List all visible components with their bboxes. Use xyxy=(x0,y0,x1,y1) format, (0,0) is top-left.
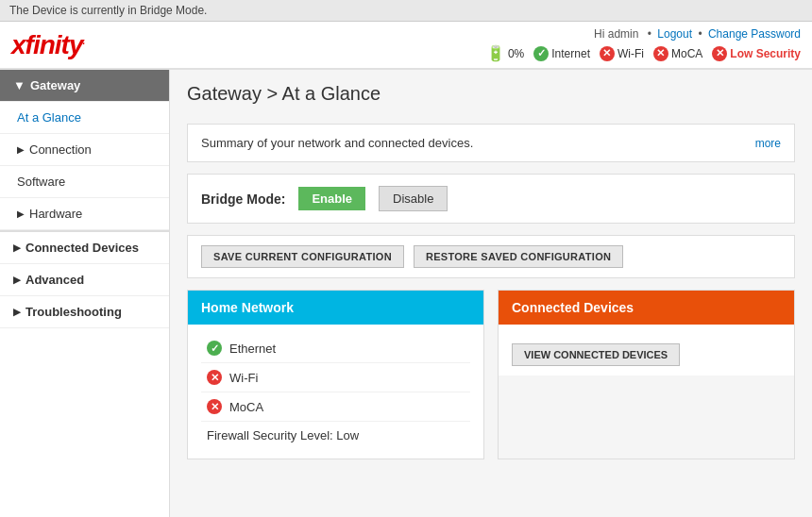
security-status: ✕ Low Security xyxy=(712,46,801,61)
sidebar-item-hardware[interactable]: ▶ Hardware xyxy=(0,198,169,230)
moca-status-icon: ✕ xyxy=(207,399,222,414)
troubleshooting-arrow: ▶ xyxy=(13,307,21,317)
separator1: • xyxy=(648,27,655,41)
top-notice: The Device is currently in Bridge Mode. xyxy=(0,0,812,22)
sidebar-item-software[interactable]: Software xyxy=(0,166,169,198)
at-a-glance-label: At a Glance xyxy=(17,110,81,125)
main-layout: ▼ Gateway At a Glance ▶ Connection Softw… xyxy=(0,70,812,517)
advanced-label: Advanced xyxy=(25,273,84,287)
connection-label: Connection xyxy=(29,142,92,157)
moca-icon: ✕ xyxy=(653,46,668,61)
firewall-label: Firewall Security Level: xyxy=(207,428,333,442)
panels-row: Home Network ✓ Ethernet ✕ Wi-Fi ✕ MoCA xyxy=(187,290,795,459)
user-nav: Hi admin • Logout • Change Password xyxy=(591,27,801,41)
connected-devices-body: VIEW CONNECTED DEVICES xyxy=(499,325,794,375)
wifi-status: ✕ Wi-Fi xyxy=(600,46,644,61)
logo: xfinity. xyxy=(11,30,84,60)
wifi-label: Wi-Fi xyxy=(617,47,644,60)
internet-status: ✓ Internet xyxy=(533,46,590,61)
moca-label: MoCA xyxy=(671,47,702,60)
wifi-panel-label: Wi-Fi xyxy=(229,371,258,385)
home-network-body: ✓ Ethernet ✕ Wi-Fi ✕ MoCA Firewall Secur… xyxy=(188,325,483,459)
config-buttons-row: SAVE CURRENT CONFIGURATION RESTORE SAVED… xyxy=(187,235,795,278)
status-bar: 🔋 0% ✓ Internet ✕ Wi-Fi ✕ MoCA ✕ Low Sec… xyxy=(486,44,801,62)
summary-text: Summary of your network and connected de… xyxy=(201,136,473,150)
advanced-arrow: ▶ xyxy=(13,275,21,285)
moca-row: ✕ MoCA xyxy=(201,392,470,422)
more-link[interactable]: more xyxy=(755,137,781,150)
sidebar: ▼ Gateway At a Glance ▶ Connection Softw… xyxy=(0,70,170,517)
security-icon: ✕ xyxy=(712,46,727,61)
sidebar-item-at-a-glance[interactable]: At a Glance xyxy=(0,102,169,134)
battery-label: 0% xyxy=(508,47,524,60)
battery-icon: 🔋 xyxy=(486,44,505,62)
header: xfinity. Hi admin • Logout • Change Pass… xyxy=(0,22,812,70)
restore-config-button[interactable]: RESTORE SAVED CONFIGURATION xyxy=(414,245,623,268)
change-password-link[interactable]: Change Password xyxy=(708,27,801,41)
internet-icon: ✓ xyxy=(533,46,549,61)
wifi-status-icon: ✕ xyxy=(207,370,222,385)
connection-arrow: ▶ xyxy=(17,144,25,155)
security-label: Low Security xyxy=(730,47,801,60)
ethernet-icon: ✓ xyxy=(207,341,222,356)
hardware-arrow: ▶ xyxy=(17,208,25,219)
wifi-icon: ✕ xyxy=(600,46,615,61)
firewall-value: Low xyxy=(336,428,359,442)
save-config-button[interactable]: SAVE CURRENT CONFIGURATION xyxy=(201,245,404,268)
page-title: Gateway > At a Glance xyxy=(187,83,795,110)
main-content: Gateway > At a Glance Summary of your ne… xyxy=(170,70,812,517)
wifi-row: ✕ Wi-Fi xyxy=(201,363,470,392)
gateway-arrow: ▼ xyxy=(13,78,25,92)
view-connected-devices-button[interactable]: VIEW CONNECTED DEVICES xyxy=(512,343,680,366)
bridge-mode-disable-button[interactable]: Disable xyxy=(379,186,448,211)
bridge-mode-box: Bridge Mode: Enable Disable xyxy=(187,174,795,224)
separator2: • xyxy=(698,27,705,41)
sidebar-item-gateway[interactable]: ▼ Gateway xyxy=(0,70,169,102)
battery-status: 🔋 0% xyxy=(486,44,524,62)
internet-label: Internet xyxy=(551,47,590,60)
sidebar-item-advanced[interactable]: ▶ Advanced xyxy=(0,264,169,296)
gateway-label: Gateway xyxy=(30,78,80,92)
header-right: Hi admin • Logout • Change Password 🔋 0%… xyxy=(486,27,801,62)
connected-devices-arrow: ▶ xyxy=(13,242,21,253)
sidebar-item-connected-devices[interactable]: ▶ Connected Devices xyxy=(0,230,169,264)
summary-box: Summary of your network and connected de… xyxy=(187,124,795,162)
connected-devices-panel: Connected Devices VIEW CONNECTED DEVICES xyxy=(498,290,795,459)
home-network-panel: Home Network ✓ Ethernet ✕ Wi-Fi ✕ MoCA xyxy=(187,290,484,459)
software-label: Software xyxy=(17,175,65,189)
bridge-mode-label: Bridge Mode: xyxy=(201,192,285,207)
moca-panel-label: MoCA xyxy=(229,400,263,414)
home-network-header: Home Network xyxy=(188,291,483,325)
username-label: Hi admin xyxy=(594,27,638,41)
sidebar-item-troubleshooting[interactable]: ▶ Troubleshooting xyxy=(0,296,169,328)
connected-devices-label: Connected Devices xyxy=(25,241,139,255)
troubleshooting-label: Troubleshooting xyxy=(25,305,122,319)
firewall-row: Firewall Security Level: Low xyxy=(201,422,470,449)
moca-status: ✕ MoCA xyxy=(653,46,702,61)
hardware-label: Hardware xyxy=(29,207,82,221)
sidebar-item-connection[interactable]: ▶ Connection xyxy=(0,134,169,166)
ethernet-row: ✓ Ethernet xyxy=(201,334,470,363)
ethernet-label: Ethernet xyxy=(229,342,276,356)
bridge-mode-enable-button[interactable]: Enable xyxy=(298,187,365,210)
logout-link[interactable]: Logout xyxy=(657,27,692,41)
connected-devices-header: Connected Devices xyxy=(499,291,794,325)
